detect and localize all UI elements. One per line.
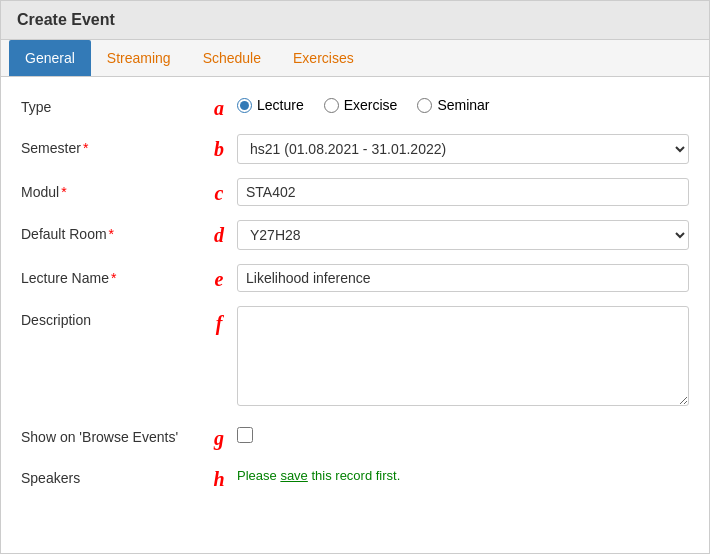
default-room-input-col: Y27H28 xyxy=(237,220,689,250)
description-input-col xyxy=(237,306,689,409)
modul-marker: c xyxy=(215,182,224,205)
lecture-name-row: Lecture Name * e xyxy=(21,264,689,292)
browse-events-label: Show on 'Browse Events' xyxy=(21,423,201,445)
semester-select[interactable]: hs21 (01.08.2021 - 31.01.2022) xyxy=(237,134,689,164)
browse-events-marker: g xyxy=(214,427,224,450)
tab-exercises[interactable]: Exercises xyxy=(277,40,370,76)
semester-marker-col: b xyxy=(201,134,237,161)
semester-input-col: hs21 (01.08.2021 - 31.01.2022) xyxy=(237,134,689,164)
speakers-content-col: Please save this record first. xyxy=(237,464,689,483)
semester-row: Semester * b hs21 (01.08.2021 - 31.01.20… xyxy=(21,134,689,164)
save-link[interactable]: save xyxy=(280,468,307,483)
speakers-label: Speakers xyxy=(21,464,201,486)
tab-bar: General Streaming Schedule Exercises xyxy=(1,40,709,77)
semester-marker: b xyxy=(214,138,224,161)
lecture-name-input-col xyxy=(237,264,689,292)
default-room-marker: d xyxy=(214,224,224,247)
browse-events-row: Show on 'Browse Events' g xyxy=(21,423,689,450)
default-room-label: Default Room * xyxy=(21,220,201,242)
type-input-col: Lecture Exercise Seminar xyxy=(237,93,689,113)
modul-row: Modul * c xyxy=(21,178,689,206)
default-room-select[interactable]: Y27H28 xyxy=(237,220,689,250)
radio-seminar-input[interactable] xyxy=(417,98,432,113)
radio-exercise-input[interactable] xyxy=(324,98,339,113)
default-room-row: Default Room * d Y27H28 xyxy=(21,220,689,250)
modul-input[interactable] xyxy=(237,178,689,206)
tab-streaming[interactable]: Streaming xyxy=(91,40,187,76)
browse-events-input-col xyxy=(237,423,689,443)
form-area: Type a Lecture Exercise S xyxy=(1,77,709,521)
radio-lecture[interactable]: Lecture xyxy=(237,97,304,113)
tab-general[interactable]: General xyxy=(9,40,91,76)
type-radio-group: Lecture Exercise Seminar xyxy=(237,93,689,113)
description-label: Description xyxy=(21,306,201,328)
speakers-marker-col: h xyxy=(201,464,237,491)
modul-marker-col: c xyxy=(201,178,237,205)
browse-events-marker-col: g xyxy=(201,423,237,450)
tab-schedule[interactable]: Schedule xyxy=(187,40,277,76)
type-row: Type a Lecture Exercise S xyxy=(21,93,689,120)
radio-exercise[interactable]: Exercise xyxy=(324,97,398,113)
lecture-name-marker: e xyxy=(215,268,224,291)
description-row: Description f xyxy=(21,306,689,409)
lecture-name-input[interactable] xyxy=(237,264,689,292)
lecture-name-marker-col: e xyxy=(201,264,237,291)
lecture-name-label: Lecture Name * xyxy=(21,264,201,286)
save-notice: Please save this record first. xyxy=(237,468,689,483)
description-textarea[interactable] xyxy=(237,306,689,406)
type-label: Type xyxy=(21,93,201,115)
semester-label: Semester * xyxy=(21,134,201,156)
modul-label: Modul * xyxy=(21,178,201,200)
type-marker-col: a xyxy=(201,93,237,120)
description-marker-col: f xyxy=(201,306,237,335)
speakers-row: Speakers h Please save this record first… xyxy=(21,464,689,491)
radio-lecture-input[interactable] xyxy=(237,98,252,113)
description-marker: f xyxy=(216,312,223,335)
radio-seminar[interactable]: Seminar xyxy=(417,97,489,113)
type-marker: a xyxy=(214,97,224,120)
dialog-title: Create Event xyxy=(1,1,709,40)
default-room-marker-col: d xyxy=(201,220,237,247)
browse-events-checkbox-wrap xyxy=(237,423,689,443)
modul-input-col xyxy=(237,178,689,206)
create-event-dialog: Create Event General Streaming Schedule … xyxy=(0,0,710,554)
browse-events-checkbox[interactable] xyxy=(237,427,253,443)
speakers-marker: h xyxy=(213,468,224,491)
